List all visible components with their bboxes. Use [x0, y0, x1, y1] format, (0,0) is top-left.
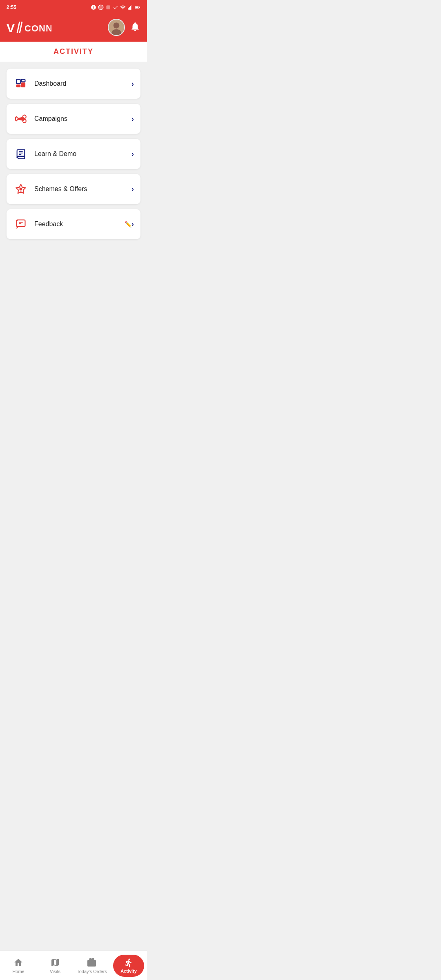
learn-demo-icon [13, 146, 29, 162]
status-icons [91, 4, 140, 10]
logo: V CONNECT [7, 20, 51, 35]
teams-icon [105, 4, 111, 10]
status-bar: 2:55 [0, 0, 147, 15]
schemes-icon [13, 181, 29, 197]
svg-rect-17 [21, 80, 25, 82]
page-title-bar: ACTIVITY [0, 42, 147, 62]
dashboard-label: Dashboard [34, 80, 131, 87]
svg-rect-5 [131, 5, 132, 10]
feedback-chevron: › [131, 220, 134, 229]
svg-rect-3 [129, 7, 130, 9]
feedback-icon [13, 216, 29, 232]
header: V CONNECT [0, 15, 147, 42]
main-content: Dashboard › Campaigns › Le [0, 62, 147, 307]
notification-bell-icon [130, 21, 140, 32]
learn-demo-label: Learn & Demo [34, 150, 131, 158]
dnd-icon [91, 4, 96, 10]
schemes-offers-label: Schemes & Offers [34, 185, 131, 193]
svg-rect-16 [17, 80, 20, 84]
svg-point-30 [16, 220, 18, 221]
campaigns-chevron: › [131, 115, 134, 123]
schemes-chevron: › [131, 185, 134, 194]
header-right [108, 19, 140, 36]
avatar-image [109, 20, 124, 35]
campaigns-icon [13, 111, 29, 127]
schemes-offers-menu-item[interactable]: Schemes & Offers › [7, 174, 140, 204]
svg-rect-7 [139, 7, 140, 8]
svg-point-20 [23, 115, 26, 118]
svg-line-11 [20, 22, 22, 33]
logo-area: V CONNECT [7, 20, 51, 35]
feedback-menu-item[interactable]: Feedback ✏️ › [7, 209, 140, 239]
dashboard-chevron: › [131, 80, 134, 88]
svg-rect-18 [21, 83, 25, 87]
svg-point-14 [114, 22, 119, 28]
campaigns-label: Campaigns [34, 115, 131, 122]
signal-icon [127, 4, 133, 10]
svg-rect-19 [17, 85, 20, 87]
campaigns-menu-item[interactable]: Campaigns › [7, 104, 140, 134]
check-icon [113, 4, 118, 10]
whatsapp-icon [98, 4, 104, 10]
svg-rect-8 [136, 7, 138, 8]
svg-rect-1 [106, 5, 110, 9]
learn-demo-menu-item[interactable]: Learn & Demo › [7, 139, 140, 169]
feedback-label: Feedback [34, 220, 121, 228]
svg-rect-4 [130, 6, 131, 10]
status-time: 2:55 [7, 4, 16, 10]
svg-text:V: V [7, 21, 15, 35]
svg-rect-2 [128, 8, 129, 10]
svg-point-21 [23, 119, 26, 122]
svg-rect-27 [17, 220, 25, 227]
bell-icon[interactable] [130, 21, 140, 33]
wifi-icon [120, 4, 126, 10]
svg-point-26 [20, 188, 22, 191]
battery-icon [135, 4, 140, 10]
avatar[interactable] [108, 19, 125, 36]
feedback-edit-icon: ✏️ [125, 221, 131, 227]
learn-demo-chevron: › [131, 150, 134, 158]
svg-text:CONNECT: CONNECT [24, 23, 51, 33]
svg-line-10 [17, 22, 20, 33]
logo-svg: V CONNECT [7, 20, 51, 35]
dashboard-menu-item[interactable]: Dashboard › [7, 69, 140, 99]
page-title: ACTIVITY [53, 47, 94, 56]
dashboard-icon [13, 76, 29, 91]
